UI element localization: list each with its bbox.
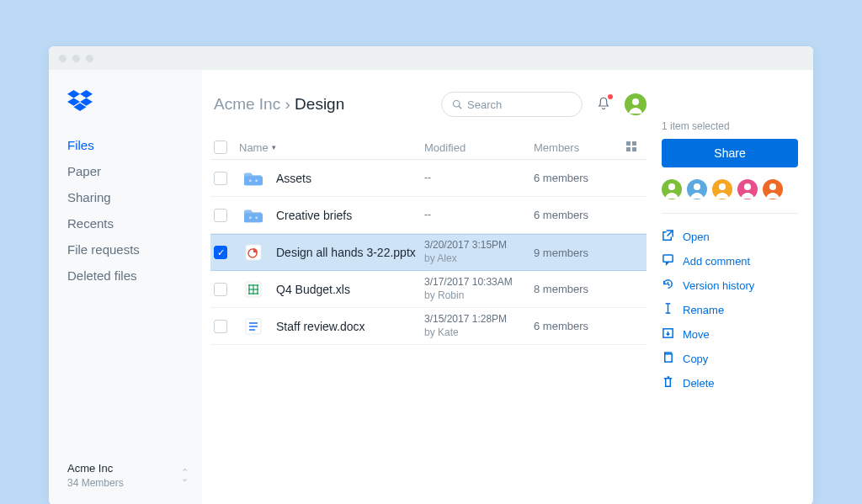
traffic-light-zoom[interactable] xyxy=(86,55,93,62)
svg-point-16 xyxy=(249,216,252,219)
main-content: Acme Inc › Design Search xyxy=(202,70,662,504)
view-toggle-icon[interactable] xyxy=(626,141,643,154)
row-checkbox[interactable]: ✓ xyxy=(214,246,227,259)
app-window: Files Paper Sharing Recents File request… xyxy=(49,46,813,504)
sidebar-item-paper[interactable]: Paper xyxy=(67,164,202,178)
members-cell: 6 members xyxy=(534,172,643,184)
svg-rect-15 xyxy=(244,213,263,222)
file-actions: OpenAdd commentVersion historyRenameMove… xyxy=(662,229,798,390)
svg-point-34 xyxy=(744,183,751,190)
row-checkbox[interactable] xyxy=(214,172,227,185)
table-row[interactable]: Staff review.docx3/15/2017 1:28PMby Kate… xyxy=(210,308,646,345)
file-list: Assets--6 membersCreative briefs--6 memb… xyxy=(210,160,646,345)
members-cell: 8 members xyxy=(534,283,643,295)
svg-line-6 xyxy=(459,106,461,109)
svg-point-33 xyxy=(719,183,726,190)
file-name: Design all hands 3-22.pptx xyxy=(276,246,416,259)
sidebar-item-sharing[interactable]: Sharing xyxy=(67,190,202,204)
action-comment[interactable]: Add comment xyxy=(662,253,798,268)
row-checkbox[interactable] xyxy=(214,283,227,296)
svg-rect-8 xyxy=(626,141,631,146)
file-type-icon xyxy=(244,280,263,299)
svg-rect-36 xyxy=(663,255,673,262)
table-row[interactable]: Assets--6 members xyxy=(210,160,646,197)
member-avatar[interactable] xyxy=(662,179,682,199)
row-checkbox[interactable] xyxy=(214,209,227,222)
search-input[interactable]: Search xyxy=(441,92,583,117)
column-members[interactable]: Members xyxy=(534,141,626,154)
org-name: Acme Inc xyxy=(67,461,124,476)
open-icon xyxy=(662,229,674,244)
members-cell: 9 members xyxy=(534,247,643,259)
svg-marker-0 xyxy=(67,90,80,98)
svg-point-13 xyxy=(249,179,252,182)
column-name[interactable]: Name ▾ xyxy=(239,141,424,154)
sidebar-item-files[interactable]: Files xyxy=(67,138,202,152)
org-switcher[interactable]: Acme Inc 34 Members ⌃⌄ xyxy=(67,461,202,490)
table-row[interactable]: Creative briefs--6 members xyxy=(210,197,646,234)
share-button[interactable]: Share xyxy=(662,139,798,167)
member-avatar[interactable] xyxy=(687,179,707,199)
notifications-button[interactable] xyxy=(596,96,611,114)
copy-icon xyxy=(662,351,674,366)
svg-rect-12 xyxy=(244,176,263,185)
svg-point-17 xyxy=(255,216,258,219)
svg-marker-1 xyxy=(80,90,93,98)
search-placeholder: Search xyxy=(467,98,502,111)
dropbox-logo-icon[interactable] xyxy=(67,90,202,114)
svg-rect-9 xyxy=(632,141,636,146)
row-checkbox[interactable] xyxy=(214,320,227,333)
member-avatar[interactable] xyxy=(763,179,783,199)
file-name: Q4 Budget.xls xyxy=(276,283,350,296)
modified-cell: 3/17/2017 10:33AMby Robin xyxy=(424,276,534,302)
notification-badge xyxy=(608,94,613,99)
table-row[interactable]: Q4 Budget.xls3/17/2017 10:33AMby Robin8 … xyxy=(210,271,646,308)
sidebar-item-recents[interactable]: Recents xyxy=(67,216,202,231)
breadcrumb: Acme Inc › Design xyxy=(214,95,344,114)
org-members: 34 Members xyxy=(67,476,124,490)
modified-cell: 3/15/2017 1:28PMby Kate xyxy=(424,313,534,339)
svg-point-35 xyxy=(769,183,776,190)
svg-point-31 xyxy=(668,183,675,190)
breadcrumb-sep: › xyxy=(285,95,290,113)
column-modified[interactable]: Modified xyxy=(424,141,534,154)
table-row[interactable]: ✓Design all hands 3-22.pptx3/20/2017 3:1… xyxy=(210,234,646,271)
svg-point-5 xyxy=(454,101,460,108)
action-label: Move xyxy=(683,328,710,341)
action-copy[interactable]: Copy xyxy=(662,351,798,366)
action-label: Add comment xyxy=(683,255,750,268)
breadcrumb-current: Design xyxy=(295,95,344,113)
sidebar-item-file-requests[interactable]: File requests xyxy=(67,242,202,257)
action-history[interactable]: Version history xyxy=(662,278,798,293)
members-cell: 6 members xyxy=(534,320,643,332)
select-all-checkbox[interactable] xyxy=(214,141,227,154)
detail-panel: 1 item selected Share OpenAdd commentVer… xyxy=(662,70,813,504)
user-avatar[interactable] xyxy=(625,93,646,115)
traffic-light-close[interactable] xyxy=(59,55,67,62)
rename-icon xyxy=(662,302,674,317)
traffic-light-minimize[interactable] xyxy=(72,55,80,62)
search-icon xyxy=(452,99,462,109)
action-delete[interactable]: Delete xyxy=(662,375,798,390)
breadcrumb-parent[interactable]: Acme Inc xyxy=(214,95,280,113)
history-icon xyxy=(662,278,674,293)
comment-icon xyxy=(662,253,674,268)
member-avatar[interactable] xyxy=(712,179,732,199)
sidebar: Files Paper Sharing Recents File request… xyxy=(49,70,202,504)
delete-icon xyxy=(662,375,674,390)
sidebar-item-deleted-files[interactable]: Deleted files xyxy=(67,268,202,283)
member-avatars xyxy=(662,179,798,214)
svg-point-7 xyxy=(632,98,639,105)
file-type-icon xyxy=(244,169,263,188)
file-type-icon xyxy=(244,206,263,225)
action-rename[interactable]: Rename xyxy=(662,302,798,317)
svg-rect-11 xyxy=(632,147,636,151)
sort-arrow-icon: ▾ xyxy=(272,143,276,151)
action-move[interactable]: Move xyxy=(662,326,798,342)
window-titlebar xyxy=(49,46,813,70)
action-label: Delete xyxy=(683,377,715,390)
member-avatar[interactable] xyxy=(737,179,758,199)
file-name: Assets xyxy=(276,172,311,185)
action-label: Open xyxy=(683,231,710,243)
action-open[interactable]: Open xyxy=(662,229,798,244)
